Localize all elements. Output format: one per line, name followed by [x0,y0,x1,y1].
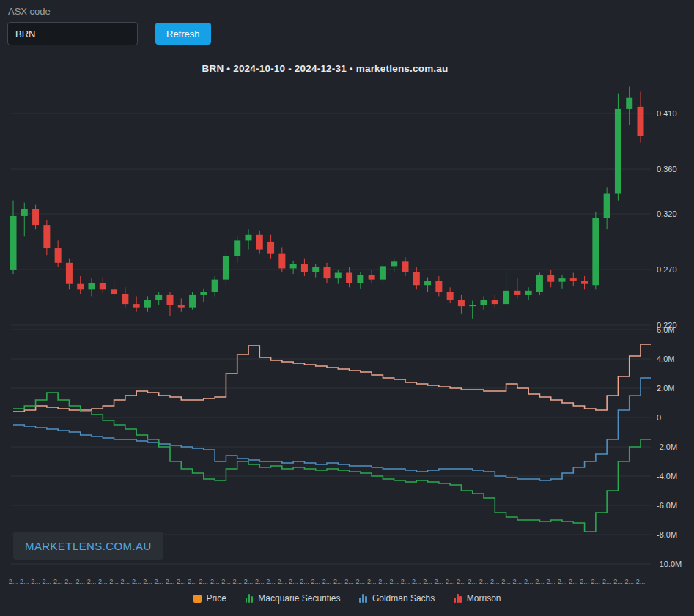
candle-body [335,273,342,279]
price-volume-chart: 0.4100.3600.3200.2700.2206.0M4.0M2.0M0-2… [0,0,694,616]
candle-body [111,289,117,294]
x-axis-tick-label: 2... [513,578,523,585]
x-axis-tick-label: 2... [356,578,366,585]
candle-body [346,273,352,283]
candle-body [592,218,599,285]
x-axis-tick-label: 2... [602,578,612,585]
y-axis-tick-label: 2.0M [657,384,674,393]
x-axis-tick-label: 2... [300,578,309,585]
x-axis-tick-label: 2... [132,578,141,585]
candle-body [178,305,185,308]
legend-item-morrison: Morrison [454,593,501,604]
x-axis-tick-label: 2... [479,578,489,585]
x-axis-tick-label: 2... [378,578,388,585]
x-axis-tick-label: 2... [468,578,477,585]
candle-body [514,291,520,295]
chart-legend: Price Macquarie Securities Goldman Sachs… [0,593,694,604]
candle-body [324,267,331,278]
x-axis-tick-label: 2... [569,578,578,585]
x-axis-tick-label: 2... [333,578,343,585]
y-axis-tick-label: -6.0M [657,501,677,510]
candle-body [212,280,218,292]
bars-icon [454,594,462,603]
candle-body [435,281,442,292]
x-axis-tick-label: 2... [221,578,231,585]
candle-body [246,235,252,241]
candle-body [638,107,644,136]
x-axis-tick-label: 2... [188,578,197,585]
x-axis-tick-label: 2... [266,578,276,585]
candle-body [570,278,577,281]
y-axis-tick-label: 0.270 [657,265,677,274]
x-axis-tick-label: 2... [109,578,119,585]
x-axis-tick-label: 2... [457,578,466,585]
candle-body [100,283,106,289]
x-axis-tick-label: 2... [435,578,444,585]
candle-body [200,292,207,295]
candle-body [525,291,532,295]
y-axis-tick-label: 0 [657,413,661,422]
price-swatch-icon [193,595,202,603]
x-axis-tick-label: 2... [389,578,399,585]
x-axis-tick-label: 2... [278,578,287,585]
x-axis-tick-label: 2... [210,578,220,585]
candle-body [626,98,632,109]
candle-body [66,263,73,284]
y-axis-tick-label: 4.0M [657,355,674,363]
candle-body [391,261,397,266]
y-axis-tick-label: 0.360 [657,165,677,174]
legend-label: Price [207,593,226,604]
y-axis-tick-label: -2.0M [657,442,677,451]
candle-body [10,216,17,270]
candle-body [223,256,229,280]
candle-body [55,248,62,263]
candle-body [43,225,50,248]
candle-body [413,272,420,285]
candle-body [481,300,487,305]
series-line-blue [13,378,651,480]
candle-body [256,235,263,250]
candle-body [357,275,363,283]
x-axis-tick-label: 2... [53,578,63,585]
series-line-green [13,393,651,532]
x-axis-tick-label: 2... [535,578,545,585]
watermark-badge: MARKETLENS.COM.AU [13,532,163,560]
x-axis-tick-label: 2... [401,578,410,585]
candle-body [447,292,454,300]
candle-body [458,300,465,306]
candle-body [290,264,297,268]
x-axis-tick-label: 2... [613,578,623,585]
candle-body [380,266,386,279]
x-axis-tick-label: 2... [446,578,455,585]
candle-body [503,291,509,304]
x-axis-tick-label: 2... [636,578,646,585]
candle-body [615,109,621,194]
candle-body [278,254,285,269]
x-axis-tick-label: 2... [344,578,354,585]
x-axis-tick-label: 2... [289,578,298,585]
x-axis-tick-label: 2... [580,578,589,585]
x-axis-tick-label: 2... [87,578,97,585]
x-axis-tick-label: 2... [311,578,320,585]
x-axis-tick-label: 2... [98,578,108,585]
x-axis-tick-label: 2... [9,578,18,585]
x-axis-tick-label: 2... [177,578,186,585]
x-axis-tick-label: 2... [524,578,534,585]
x-axis-tick-label: 2... [367,578,377,585]
x-axis-tick-label: 2... [154,578,163,585]
candle-body [133,304,140,308]
candle-body [559,278,566,282]
x-axis-tick-label: 2... [64,578,74,585]
y-axis-tick-label: 6.0M [657,325,674,334]
x-axis-tick-label: 2... [591,578,601,585]
candle-body [21,209,28,216]
candle-body [492,300,498,304]
candle-body [189,295,196,308]
x-axis-tick-label: 2... [31,578,40,585]
candle-body [77,284,84,290]
x-axis-tick-label: 2... [490,578,500,585]
candle-body [234,240,240,256]
y-axis-tick-label: 0.320 [657,209,677,218]
y-axis-tick-label: 0.410 [657,109,677,118]
x-axis-tick-label: 2... [558,578,567,585]
